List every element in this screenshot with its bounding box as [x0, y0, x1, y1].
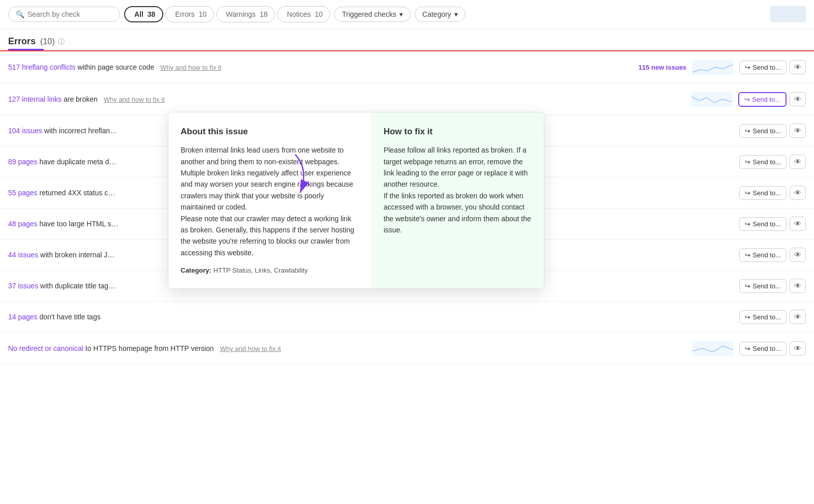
eye-icon: 👁 — [794, 189, 801, 197]
search-input[interactable] — [27, 10, 109, 18]
send-button-active[interactable]: ↪ Send to... — [738, 92, 787, 107]
eye-button[interactable]: 👁 — [790, 279, 806, 293]
send-button[interactable]: ↪ Send to... — [739, 217, 787, 231]
eye-icon: 👁 — [794, 344, 801, 352]
row-actions: ↪ Send to... 👁 — [739, 248, 806, 262]
folder-icon — [770, 6, 806, 22]
row-actions: ↪ Send to... 👁 — [738, 92, 806, 107]
tooltip-left: About this issue Broken internal links l… — [168, 112, 371, 288]
tooltip-right: How to fix it Please follow all links re… — [371, 112, 544, 288]
issue-link[interactable]: 37 issues — [8, 282, 38, 290]
eye-icon: 👁 — [794, 220, 801, 228]
send-button[interactable]: ↪ Send to... — [739, 279, 787, 293]
eye-button[interactable]: 👁 — [790, 341, 806, 355]
section-header: Errors (10) ⓘ — [0, 29, 814, 47]
send-icon: ↪ — [745, 220, 750, 228]
send-button[interactable]: ↪ Send to... — [739, 310, 787, 324]
eye-icon: 👁 — [794, 282, 801, 290]
sparkline — [691, 92, 732, 107]
send-icon: ↪ — [745, 158, 750, 166]
tooltip-about-body: Broken internal links lead users from on… — [181, 144, 359, 258]
send-button[interactable]: ↪ Send to... — [739, 124, 787, 138]
category-dropdown[interactable]: Category ▾ — [415, 7, 466, 22]
row-actions: ↪ Send to... 👁 — [739, 341, 806, 355]
eye-button[interactable]: 👁 — [790, 186, 806, 200]
filter-bar: 🔍 All 38 Errors 10 Warnings 18 Notices 1… — [0, 0, 814, 29]
sparkline — [692, 341, 733, 356]
eye-button[interactable]: 👁 — [790, 155, 806, 169]
row-actions: ↪ Send to... 👁 — [739, 279, 806, 293]
send-button[interactable]: ↪ Send to... — [739, 155, 787, 169]
svg-rect-1 — [691, 92, 732, 107]
row-actions: ↪ Send to... 👁 — [739, 186, 806, 200]
row-actions: ↪ Send to... 👁 — [739, 60, 806, 74]
fix-link[interactable]: Why and how to fix it — [160, 64, 221, 71]
search-box[interactable]: 🔍 — [8, 7, 120, 22]
info-icon[interactable]: ⓘ — [58, 37, 65, 46]
chevron-down-icon: ▾ — [454, 10, 458, 18]
send-icon: ↪ — [745, 189, 750, 197]
send-icon: ↪ — [745, 282, 750, 290]
send-icon: ↪ — [745, 127, 750, 135]
row-actions: ↪ Send to... 👁 — [739, 310, 806, 324]
issues-list: 517 hreflang conflicts within page sourc… — [0, 51, 814, 365]
new-issues-badge: 115 new issues — [638, 64, 687, 71]
eye-button[interactable]: 👁 — [790, 248, 806, 262]
issue-text: 127 internal links are broken Why and ho… — [8, 95, 691, 103]
chevron-down-icon: ▾ — [399, 10, 403, 18]
tooltip-about-title: About this issue — [181, 125, 359, 138]
issue-row-broken-links: 127 internal links are broken Why and ho… — [0, 83, 814, 115]
issue-link[interactable]: 517 hreflang conflicts — [8, 63, 75, 71]
send-icon: ↪ — [745, 313, 750, 321]
sparkline — [692, 60, 733, 75]
tooltip-fix-body: Please follow all links reported as brok… — [384, 144, 532, 235]
eye-button[interactable]: 👁 — [790, 60, 806, 74]
tooltip-fix-title: How to fix it — [384, 125, 532, 138]
send-icon: ↪ — [745, 251, 750, 259]
send-icon: ↪ — [744, 96, 750, 103]
fix-link[interactable]: Why and how to fix it — [104, 96, 165, 103]
send-icon: ↪ — [745, 345, 750, 352]
row-actions: ↪ Send to... 👁 — [739, 217, 806, 231]
eye-icon: 👁 — [794, 313, 801, 321]
issue-row: 14 pages don't have title tags ↪ Send to… — [0, 302, 814, 333]
issue-link[interactable]: No redirect or canonical — [8, 344, 83, 352]
svg-rect-3 — [692, 341, 733, 356]
eye-icon: 👁 — [794, 127, 801, 135]
eye-icon: 👁 — [794, 158, 801, 166]
eye-button[interactable]: 👁 — [790, 217, 806, 231]
issue-link[interactable]: 48 pages — [8, 220, 38, 228]
fix-link[interactable]: Why and how to fix it — [220, 345, 281, 352]
tab-warnings[interactable]: Warnings 18 — [216, 6, 275, 22]
row-actions: ↪ Send to... 👁 — [739, 155, 806, 169]
issue-link[interactable]: 89 pages — [8, 158, 38, 166]
issue-link[interactable]: 14 pages — [8, 313, 38, 321]
triggered-checks-dropdown[interactable]: Triggered checks ▾ — [334, 7, 411, 22]
issue-link[interactable]: 44 issues — [8, 251, 38, 259]
row-actions: ↪ Send to... 👁 — [739, 124, 806, 138]
tooltip-category: Category: HTTP Status, Links, Crawlabili… — [181, 265, 359, 276]
eye-icon: 👁 — [794, 251, 801, 259]
send-button[interactable]: ↪ Send to... — [739, 342, 787, 355]
issue-link[interactable]: 127 internal links — [8, 95, 62, 103]
issue-text: No redirect or canonical to HTTPS homepa… — [8, 344, 688, 352]
eye-button[interactable]: 👁 — [790, 310, 806, 324]
tab-notices[interactable]: Notices 10 — [277, 6, 330, 22]
eye-button[interactable]: 👁 — [790, 92, 806, 106]
issue-row: No redirect or canonical to HTTPS homepa… — [0, 333, 814, 365]
issue-link[interactable]: 104 issues — [8, 127, 42, 135]
tab-errors[interactable]: Errors 10 — [165, 6, 214, 22]
filter-tabs: All 38 Errors 10 Warnings 18 Notices 10 — [124, 6, 330, 22]
eye-icon: 👁 — [794, 63, 801, 71]
send-button[interactable]: ↪ Send to... — [739, 186, 787, 200]
issue-text: 517 hreflang conflicts within page sourc… — [8, 63, 634, 71]
tab-all[interactable]: All 38 — [124, 6, 163, 22]
issue-text: 14 pages don't have title tags — [8, 313, 739, 321]
tooltip-popup: About this issue Broken internal links l… — [168, 112, 544, 289]
send-icon: ↪ — [745, 64, 750, 71]
eye-button[interactable]: 👁 — [790, 124, 806, 138]
issue-link[interactable]: 55 pages — [8, 189, 38, 197]
send-button[interactable]: ↪ Send to... — [739, 61, 787, 74]
send-button[interactable]: ↪ Send to... — [739, 248, 787, 262]
section-title: Errors (10) — [8, 36, 55, 47]
